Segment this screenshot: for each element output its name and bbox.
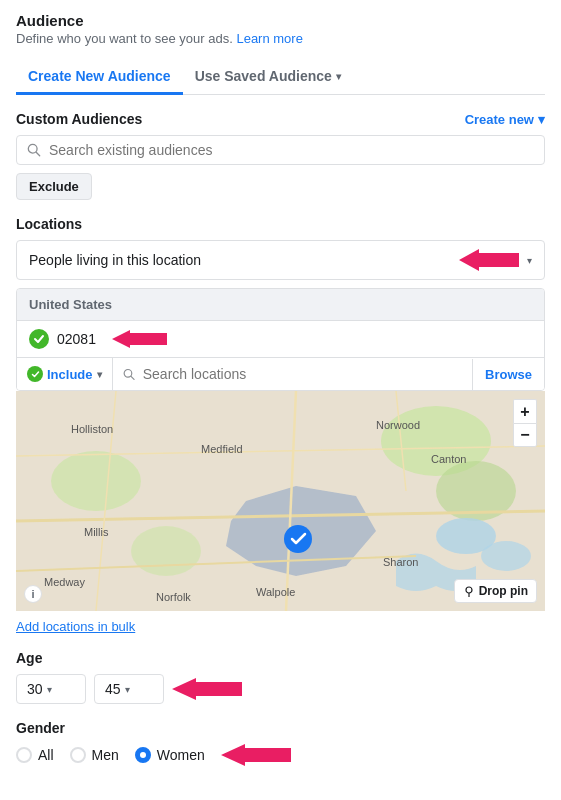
gender-men-label: Men [92, 747, 119, 763]
svg-text:Sharon: Sharon [383, 556, 418, 568]
age-min-value: 30 [27, 681, 43, 697]
gender-label: Gender [16, 720, 545, 736]
map-controls: + − [513, 399, 537, 447]
age-label: Age [16, 650, 545, 666]
age-max-dropdown[interactable]: 45 ▾ [94, 674, 164, 704]
map-zoom-out-button[interactable]: − [513, 423, 537, 447]
page-container: Audience Define who you want to see your… [0, 0, 561, 778]
svg-point-12 [481, 541, 531, 571]
gender-all-option[interactable]: All [16, 747, 54, 763]
gender-women-option[interactable]: Women [135, 747, 205, 763]
search-audiences-box [16, 135, 545, 165]
age-max-value: 45 [105, 681, 121, 697]
age-max-chevron: ▾ [125, 684, 130, 695]
search-icon [27, 143, 41, 157]
svg-text:Norwood: Norwood [376, 419, 420, 431]
browse-button[interactable]: Browse [472, 359, 544, 390]
page-title: Audience [16, 12, 545, 29]
create-new-button[interactable]: Create new ▾ [465, 112, 545, 127]
map-container: Holliston Medfield Norwood Millis Medway… [16, 391, 545, 611]
gender-men-radio[interactable] [70, 747, 86, 763]
svg-text:Medfield: Medfield [201, 443, 243, 455]
drop-pin-icon [463, 585, 475, 597]
svg-marker-33 [172, 678, 242, 700]
age-row: 30 ▾ 45 ▾ [16, 674, 545, 704]
location-zip-row: 02081 [17, 321, 544, 357]
svg-line-1 [36, 152, 40, 156]
location-pin-icon [29, 329, 49, 349]
svg-point-10 [131, 526, 201, 576]
map-zoom-in-button[interactable]: + [513, 399, 537, 423]
gender-women-radio[interactable] [135, 747, 151, 763]
tab-use-saved[interactable]: Use Saved Audience ▾ [183, 60, 353, 95]
tab-create-new[interactable]: Create New Audience [16, 60, 183, 95]
svg-text:Walpole: Walpole [256, 586, 295, 598]
gender-all-radio[interactable] [16, 747, 32, 763]
red-arrow-age [172, 678, 242, 700]
gender-row: All Men Women [16, 744, 545, 766]
include-chevron: ▾ [97, 369, 102, 380]
svg-point-31 [466, 587, 472, 593]
gender-all-label: All [38, 747, 54, 763]
locations-type-value: People living in this location [29, 252, 201, 268]
svg-marker-34 [221, 744, 291, 766]
svg-text:Medway: Medway [44, 576, 85, 588]
svg-line-5 [131, 376, 134, 379]
section-header: Audience Define who you want to see your… [16, 12, 545, 46]
age-min-dropdown[interactable]: 30 ▾ [16, 674, 86, 704]
exclude-button[interactable]: Exclude [16, 173, 92, 200]
zip-code: 02081 [57, 331, 96, 347]
include-dropdown[interactable]: Include ▾ [17, 358, 113, 390]
location-box: United States 02081 Include ▾ [16, 288, 545, 391]
page-subtitle: Define who you want to see your ads. Lea… [16, 31, 545, 46]
svg-marker-3 [112, 330, 167, 348]
include-row: Include ▾ Browse [17, 357, 544, 390]
locations-type-dropdown[interactable]: People living in this location ▾ [16, 240, 545, 280]
svg-point-9 [51, 451, 141, 511]
age-min-chevron: ▾ [47, 684, 52, 695]
drop-pin-label: Drop pin [479, 584, 528, 598]
svg-text:Canton: Canton [431, 453, 466, 465]
red-arrow-zip [112, 330, 167, 348]
tabs-bar: Create New Audience Use Saved Audience ▾ [16, 60, 545, 95]
map-info-button[interactable]: i [24, 585, 42, 603]
drop-pin-button[interactable]: Drop pin [454, 579, 537, 603]
custom-audiences-header: Custom Audiences Create new ▾ [16, 111, 545, 127]
search-audiences-input[interactable] [49, 142, 534, 158]
location-search-box [113, 358, 473, 390]
svg-text:Holliston: Holliston [71, 423, 113, 435]
svg-marker-2 [459, 249, 519, 271]
use-saved-chevron: ▾ [336, 71, 341, 82]
red-arrow-locations [459, 249, 519, 271]
svg-text:Norfolk: Norfolk [156, 591, 191, 603]
add-locations-bulk-link[interactable]: Add locations in bulk [16, 619, 135, 634]
learn-more-link[interactable]: Learn more [236, 31, 302, 46]
location-search-icon [123, 368, 135, 381]
create-new-chevron: ▾ [538, 112, 545, 127]
gender-men-option[interactable]: Men [70, 747, 119, 763]
svg-point-30 [284, 525, 312, 553]
gender-women-label: Women [157, 747, 205, 763]
locations-dropdown-chevron: ▾ [527, 255, 532, 266]
custom-audiences-label: Custom Audiences [16, 111, 142, 127]
svg-text:Millis: Millis [84, 526, 109, 538]
location-country: United States [17, 289, 544, 321]
locations-label: Locations [16, 216, 545, 232]
red-arrow-gender [221, 744, 291, 766]
map-svg: Holliston Medfield Norwood Millis Medway… [16, 391, 545, 611]
location-search-input[interactable] [143, 366, 462, 382]
include-pin-icon [27, 366, 43, 382]
include-label: Include [47, 367, 93, 382]
